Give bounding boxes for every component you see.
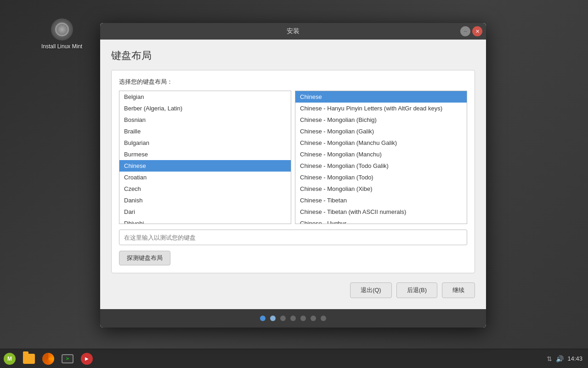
taskbar-files-button[interactable] — [19, 349, 39, 368]
sound-icon: 🔊 — [556, 355, 564, 362]
list-item[interactable]: Dari — [119, 206, 291, 218]
section-label: 选择您的键盘布局： — [119, 78, 467, 86]
progress-dot — [311, 316, 316, 321]
layout-variant-list[interactable]: ChineseChinese - Hanyu Pinyin Letters (w… — [295, 91, 467, 224]
list-item[interactable]: Chinese - Mongolian (Manchu Galik) — [295, 137, 467, 149]
progress-indicator — [100, 309, 486, 328]
progress-dot — [260, 316, 266, 321]
terminal-icon — [62, 354, 74, 363]
progress-dot — [300, 316, 306, 321]
install-linux-mint-icon[interactable]: Install Linux Mint — [41, 18, 82, 50]
window-controls — [460, 26, 482, 36]
install-dialog: 安装 键盘布局 选择您的键盘布局： BelgianBerber (Algeria… — [100, 23, 486, 328]
progress-dot — [321, 316, 326, 321]
close-button[interactable] — [472, 26, 482, 36]
language-list[interactable]: BelgianBerber (Algeria, Latin)BosnianBra… — [119, 91, 291, 224]
list-item[interactable]: Chinese - Mongolian (Manchu) — [295, 149, 467, 160]
taskbar-right: ⇅ 🔊 14:43 — [547, 355, 588, 362]
dialog-content: 键盘布局 选择您的键盘布局： BelgianBerber (Algeria, L… — [100, 40, 486, 309]
list-item[interactable]: Chinese - Uyghur — [295, 218, 467, 224]
progress-dot — [280, 316, 286, 321]
keyboard-test-input[interactable] — [119, 230, 467, 245]
list-item[interactable]: Chinese - Tibetan (with ASCII numerals) — [295, 206, 467, 218]
list-item[interactable]: Belgian — [119, 91, 291, 103]
progress-dot — [270, 316, 276, 321]
list-item[interactable]: Dhivehi — [119, 218, 291, 224]
detect-keyboard-button[interactable]: 探测键盘布局 — [119, 251, 170, 265]
list-item[interactable]: Chinese — [119, 160, 291, 172]
progress-dot — [290, 316, 296, 321]
list-item[interactable]: Chinese - Tibetan — [295, 195, 467, 206]
continue-button[interactable]: 继续 — [442, 282, 475, 298]
dialog-body: 选择您的键盘布局： BelgianBerber (Algeria, Latin)… — [111, 70, 475, 273]
list-item[interactable]: Chinese - Mongolian (Xibe) — [295, 183, 467, 195]
titlebar: 安装 — [100, 23, 486, 40]
list-item[interactable]: Chinese — [295, 91, 467, 103]
taskbar: M ⇅ 🔊 14:43 — [0, 349, 588, 368]
list-item[interactable]: Czech — [119, 183, 291, 195]
minimize-button[interactable] — [460, 26, 470, 36]
page-title: 键盘布局 — [111, 49, 475, 63]
install-icon-image — [51, 18, 73, 40]
list-item[interactable]: Chinese - Mongolian (Todo Galik) — [295, 160, 467, 172]
list-item[interactable]: Berber (Algeria, Latin) — [119, 103, 291, 114]
taskbar-time: 14:43 — [567, 355, 582, 362]
list-item[interactable]: Bosnian — [119, 114, 291, 126]
taskbar-media-button[interactable] — [77, 349, 96, 368]
media-icon — [81, 353, 93, 365]
list-item[interactable]: Bulgarian — [119, 137, 291, 149]
list-item[interactable]: Chinese - Mongolian (Todo) — [295, 172, 467, 183]
desktop: Install Linux Mint 安装 键盘布局 选择您的键盘布局： Bel… — [0, 0, 588, 368]
keyboard-lists: BelgianBerber (Algeria, Latin)BosnianBra… — [119, 91, 467, 224]
quit-button[interactable]: 退出(Q) — [350, 282, 392, 298]
taskbar-mint-button[interactable]: M — [0, 349, 19, 368]
mint-logo-icon: M — [4, 353, 16, 365]
taskbar-firefox-button[interactable] — [39, 349, 58, 368]
list-item[interactable]: Burmese — [119, 149, 291, 160]
list-item[interactable]: Croatian — [119, 172, 291, 183]
list-item[interactable]: Chinese - Mongolian (Bichig) — [295, 114, 467, 126]
firefox-icon — [42, 353, 54, 365]
list-item[interactable]: Chinese - Hanyu Pinyin Letters (with Alt… — [295, 103, 467, 114]
list-item[interactable]: Danish — [119, 195, 291, 206]
list-item[interactable]: Chinese - Mongolian (Galik) — [295, 126, 467, 137]
taskbar-left: M — [0, 349, 96, 368]
test-input-container — [119, 230, 467, 245]
list-item[interactable]: Braille — [119, 126, 291, 137]
files-icon — [23, 354, 35, 364]
window-title: 安装 — [287, 27, 300, 35]
dialog-footer: 退出(Q) 后退(B) 继续 — [111, 282, 475, 298]
taskbar-terminal-button[interactable] — [58, 349, 77, 368]
network-icon: ⇅ — [547, 355, 552, 362]
back-button[interactable]: 后退(B) — [396, 282, 437, 298]
install-icon-label: Install Linux Mint — [41, 43, 82, 50]
